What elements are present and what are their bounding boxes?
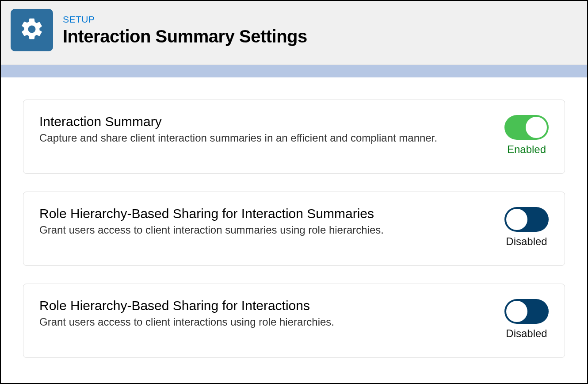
setting-description: Grant users access to client interaction… — [39, 316, 496, 328]
setting-card-role-hierarchy-summaries: Role Hierarchy-Based Sharing for Interac… — [23, 192, 565, 266]
toggle-knob — [506, 301, 527, 322]
toggle-state-label: Disabled — [506, 327, 547, 340]
breadcrumb: SETUP — [63, 14, 307, 25]
setting-text: Interaction Summary Capture and share cl… — [39, 114, 504, 144]
role-hierarchy-summaries-toggle[interactable] — [504, 207, 549, 232]
interaction-summary-toggle[interactable] — [504, 115, 549, 140]
setting-card-interaction-summary: Interaction Summary Capture and share cl… — [23, 100, 565, 174]
header-icon-box — [11, 9, 53, 51]
setting-description: Capture and share client interaction sum… — [39, 132, 496, 144]
setting-title: Interaction Summary — [39, 114, 496, 129]
toggle-group: Disabled — [504, 298, 549, 340]
gear-icon — [19, 16, 45, 44]
role-hierarchy-interactions-toggle[interactable] — [504, 299, 549, 324]
setting-description: Grant users access to client interaction… — [39, 224, 496, 236]
setting-title: Role Hierarchy-Based Sharing for Interac… — [39, 298, 496, 313]
setting-card-role-hierarchy-interactions: Role Hierarchy-Based Sharing for Interac… — [23, 284, 565, 358]
toggle-group: Enabled — [504, 114, 549, 156]
toggle-state-label: Disabled — [506, 235, 547, 248]
toggle-knob — [526, 117, 547, 138]
toggle-state-label: Enabled — [507, 143, 546, 156]
page-header: SETUP Interaction Summary Settings — [1, 1, 587, 65]
toggle-knob — [506, 209, 527, 230]
setting-text: Role Hierarchy-Based Sharing for Interac… — [39, 298, 504, 328]
header-divider — [1, 65, 587, 77]
header-text: SETUP Interaction Summary Settings — [63, 14, 307, 46]
page-title: Interaction Summary Settings — [63, 27, 307, 46]
setting-text: Role Hierarchy-Based Sharing for Interac… — [39, 206, 504, 236]
setting-title: Role Hierarchy-Based Sharing for Interac… — [39, 206, 496, 221]
toggle-group: Disabled — [504, 206, 549, 248]
content-area: Interaction Summary Capture and share cl… — [1, 77, 587, 384]
